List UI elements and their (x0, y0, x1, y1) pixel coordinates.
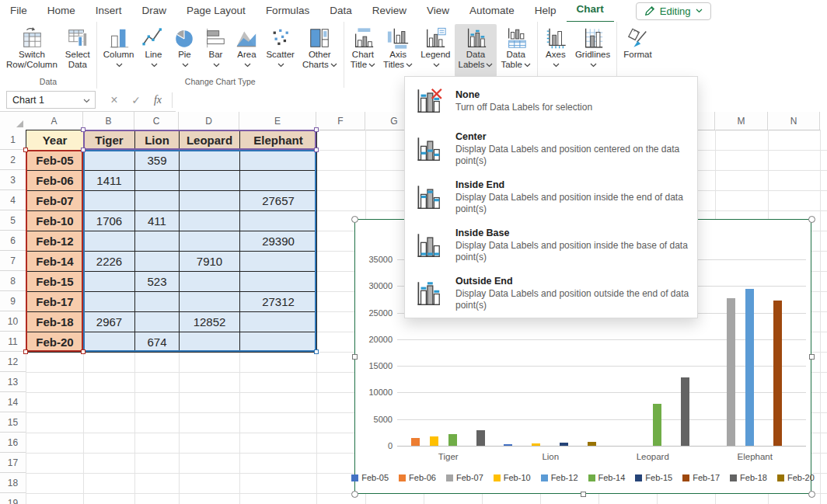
range-handle[interactable] (314, 148, 319, 152)
cell-B9[interactable] (83, 291, 135, 312)
cell-A2[interactable]: Feb-05 (26, 150, 84, 171)
tab-view[interactable]: View (417, 0, 459, 22)
insert-function-button[interactable]: fx (147, 93, 169, 106)
bar-feb-14-tiger[interactable] (448, 434, 457, 446)
column-header-c[interactable]: C (134, 112, 179, 130)
row-header-17[interactable]: 17 (0, 453, 26, 473)
ribbon-button-column[interactable]: Column (99, 24, 138, 77)
cell-C8[interactable]: 523 (134, 271, 180, 292)
legend-item-feb-20[interactable]: Feb-20 (777, 473, 815, 482)
cell-A7[interactable]: Feb-14 (26, 251, 84, 272)
bar-feb-18-tiger[interactable] (476, 430, 485, 446)
row-header-11[interactable]: 11 (0, 332, 26, 352)
cell-B3[interactable]: 1411 (83, 170, 135, 191)
bar-feb-06-tiger[interactable] (411, 438, 420, 446)
row-header-1[interactable]: 1 (0, 130, 26, 150)
ribbon-button-line[interactable]: Line (138, 24, 169, 77)
column-header-b[interactable]: B (83, 112, 134, 130)
cell-B6[interactable] (83, 231, 135, 252)
row-header-4[interactable]: 4 (0, 190, 26, 210)
chart-selection-handle[interactable] (351, 491, 358, 498)
menu-item-inside-end[interactable]: Inside EndDisplay Data Labels and positi… (405, 173, 697, 221)
cell-A8[interactable]: Feb-15 (26, 271, 84, 292)
cell-E8[interactable] (239, 271, 317, 292)
row-header-8[interactable]: 8 (0, 271, 26, 291)
menu-item-none[interactable]: NoneTurn off Data Labels for selection (405, 77, 697, 125)
cell-C10[interactable] (134, 311, 180, 332)
cell-D2[interactable] (179, 150, 240, 171)
cell-D4[interactable] (179, 190, 240, 211)
legend-item-feb-10[interactable]: Feb-10 (494, 473, 531, 482)
cell-E3[interactable] (239, 170, 317, 191)
cell-B10[interactable]: 2967 (83, 311, 135, 332)
bar-feb-05-lion[interactable] (504, 444, 512, 446)
cell-D3[interactable] (179, 170, 240, 191)
cell-C7[interactable] (134, 251, 180, 272)
tab-review[interactable]: Review (362, 0, 417, 22)
cell-C3[interactable] (134, 170, 180, 191)
row-header-16[interactable]: 16 (0, 433, 26, 453)
legend-item-feb-14[interactable]: Feb-14 (588, 473, 626, 482)
range-handle[interactable] (81, 127, 85, 132)
cell-B5[interactable]: 1706 (83, 210, 135, 231)
cell-A5[interactable]: Feb-10 (26, 210, 84, 231)
tab-draw[interactable]: Draw (132, 0, 177, 22)
bar-feb-12-elephant[interactable] (745, 289, 754, 446)
column-header-n[interactable]: N (768, 112, 820, 130)
column-header-m[interactable]: M (715, 112, 768, 130)
chart-selection-handle[interactable] (808, 491, 815, 498)
row-header-3[interactable]: 3 (0, 170, 26, 190)
cell-A9[interactable]: Feb-17 (26, 291, 84, 312)
range-handle[interactable] (81, 148, 85, 152)
column-header-d[interactable]: D (179, 112, 239, 130)
cell-A4[interactable]: Feb-07 (26, 190, 84, 211)
ribbon-button-select-data[interactable]: SelectData (61, 24, 94, 77)
range-handle[interactable] (23, 349, 28, 354)
row-header-10[interactable]: 10 (0, 311, 26, 332)
cell-C11[interactable]: 674 (134, 332, 180, 353)
chart-legend[interactable]: Feb-05Feb-06Feb-07Feb-10Feb-12Feb-14Feb-… (355, 473, 811, 482)
ribbon-button-data-table[interactable]: DataTable (497, 24, 535, 77)
tab-page-layout[interactable]: Page Layout (176, 0, 256, 22)
bar-feb-15-lion[interactable] (560, 443, 568, 446)
legend-item-feb-12[interactable]: Feb-12 (541, 473, 578, 482)
cell-D10[interactable]: 12852 (179, 311, 240, 332)
accept-button[interactable]: ✓ (125, 94, 147, 106)
chart-selection-handle[interactable] (351, 216, 358, 223)
ribbon-button-pie[interactable]: Pie (169, 24, 200, 77)
tab-help[interactable]: Help (525, 0, 567, 22)
row-header-12[interactable]: 12 (0, 352, 26, 372)
editing-mode-button[interactable]: Editing (636, 2, 711, 20)
ribbon-button-format[interactable]: Format (619, 24, 655, 77)
bar-feb-17-elephant[interactable] (773, 301, 782, 446)
range-handle[interactable] (314, 127, 319, 132)
cell-A10[interactable]: Feb-18 (26, 311, 84, 332)
chart-selection-handle[interactable] (581, 492, 586, 497)
cell-C4[interactable] (134, 190, 180, 211)
row-header-5[interactable]: 5 (0, 210, 26, 231)
legend-item-feb-15[interactable]: Feb-15 (635, 473, 672, 482)
cell-D6[interactable] (179, 231, 240, 252)
cell-C1[interactable]: Lion (134, 130, 180, 151)
chart-selection-handle[interactable] (352, 354, 358, 360)
bar-feb-10-tiger[interactable] (430, 436, 438, 446)
legend-item-feb-07[interactable]: Feb-07 (446, 473, 483, 482)
range-handle[interactable] (81, 349, 85, 354)
legend-item-feb-18[interactable]: Feb-18 (730, 473, 767, 482)
cell-D9[interactable] (179, 291, 240, 312)
bar-feb-20-lion[interactable] (588, 442, 596, 446)
ribbon-button-switch-row-column[interactable]: SwitchRow/Column (2, 24, 61, 77)
row-header-19[interactable]: 19 (0, 493, 26, 504)
cell-D11[interactable] (179, 332, 240, 353)
cell-E11[interactable] (239, 332, 317, 353)
tab-insert[interactable]: Insert (85, 0, 132, 22)
menu-item-center[interactable]: CenterDisplay Data Labels and position c… (405, 125, 697, 173)
cell-E9[interactable]: 27312 (239, 291, 317, 312)
column-header-f[interactable]: F (316, 112, 365, 130)
menu-item-outside-end[interactable]: Outside EndDisplay Data Labels and posit… (405, 269, 697, 318)
tab-formulas[interactable]: Formulas (256, 0, 319, 22)
cell-B1[interactable]: Tiger (83, 130, 135, 151)
column-header-a[interactable]: A (26, 112, 83, 130)
range-handle[interactable] (23, 148, 28, 152)
bar-feb-07-elephant[interactable] (727, 298, 735, 446)
